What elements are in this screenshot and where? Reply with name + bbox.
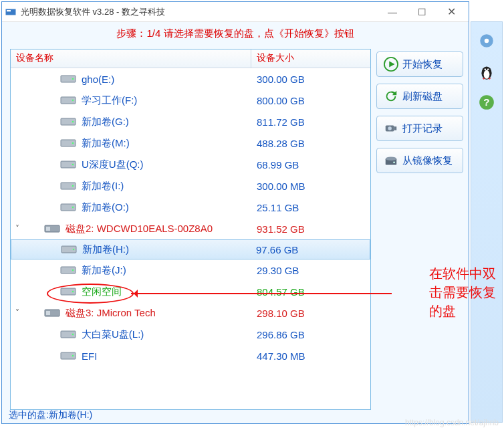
svg-point-13 xyxy=(72,185,74,187)
expander[interactable]: ˅ xyxy=(11,308,24,318)
row-name: 大白菜U盘(L:) xyxy=(82,328,257,341)
drive-icon xyxy=(60,265,76,276)
side-buttons: 开始恢复 刷新磁盘 打开记录 从镜像恢复 xyxy=(376,51,463,180)
svg-rect-0 xyxy=(6,9,16,15)
drive-icon xyxy=(60,181,76,191)
watermark: https://blog.csdn.net/ajhnb xyxy=(405,418,499,427)
volume-row[interactable]: gho(E:)300.00 GB xyxy=(11,68,370,90)
row-size: 447.30 MB xyxy=(257,350,370,362)
svg-point-36 xyxy=(393,161,395,163)
row-size: 296.86 GB xyxy=(257,329,370,340)
refresh-disk-button[interactable]: 刷新磁盘 xyxy=(376,84,463,109)
svg-point-7 xyxy=(72,121,74,123)
statusbar: 选中的盘:新加卷(H:) xyxy=(5,407,96,423)
volume-row[interactable]: 空闲空间804.57 GB xyxy=(11,281,370,302)
column-name[interactable]: 设备名称 xyxy=(11,49,251,68)
volume-row[interactable]: 学习工作(F:)800.00 GB xyxy=(11,90,370,111)
right-sidebar: ? xyxy=(471,21,503,423)
svg-point-23 xyxy=(72,291,74,293)
titlebar: 光明数据恢复软件 v3.28 - 数之寻科技 — ☐ ✕ xyxy=(2,2,469,22)
drive-icon xyxy=(60,159,76,170)
window-title: 光明数据恢复软件 v3.28 - 数之寻科技 xyxy=(21,6,378,18)
penguin-icon[interactable] xyxy=(475,60,499,84)
svg-text:?: ? xyxy=(483,96,489,108)
drive-icon xyxy=(60,138,76,148)
row-name: 新加卷(G:) xyxy=(82,116,257,128)
expander[interactable]: ˅ xyxy=(11,224,24,233)
recover-from-image-button[interactable]: 从镜像恢复 xyxy=(376,148,463,173)
row-size: 931.52 GB xyxy=(257,223,370,235)
volume-row[interactable]: 新加卷(H:)97.66 GB xyxy=(11,239,370,259)
help-icon[interactable]: ? xyxy=(475,90,499,114)
annotation-text: 在软件中双击需要恢复的盘 xyxy=(429,264,496,320)
app-icon xyxy=(5,6,17,18)
disk-row[interactable]: ˅磁盘3: JMicron Tech298.10 GB xyxy=(11,302,370,324)
svg-point-21 xyxy=(72,270,74,272)
svg-point-41 xyxy=(485,68,487,70)
volume-row[interactable]: 新加卷(I:)300.00 MB xyxy=(11,175,370,197)
row-size: 29.30 GB xyxy=(257,265,370,276)
row-size: 811.72 GB xyxy=(257,116,370,128)
row-name: 磁盘2: WDCWD10EALS-00Z8A0 xyxy=(66,223,257,235)
volume-row[interactable]: 大白菜U盘(L:)296.86 GB xyxy=(11,324,370,345)
play-icon xyxy=(384,57,398,72)
svg-rect-1 xyxy=(7,10,11,11)
rows-container: gho(E:)300.00 GB学习工作(F:)800.00 GB新加卷(G:)… xyxy=(11,68,370,409)
drive-icon xyxy=(60,95,76,106)
svg-point-32 xyxy=(388,126,392,130)
svg-point-40 xyxy=(484,70,490,79)
svg-point-11 xyxy=(72,164,74,166)
camera-icon xyxy=(384,121,398,136)
close-button[interactable]: ✕ xyxy=(436,3,466,21)
svg-point-27 xyxy=(72,334,74,336)
row-size: 300.00 GB xyxy=(257,74,370,85)
row-name: 新加卷(O:) xyxy=(82,201,257,214)
drive-icon xyxy=(60,350,76,361)
maximize-button[interactable]: ☐ xyxy=(407,3,436,21)
app-window: 光明数据恢复软件 v3.28 - 数之寻科技 — ☐ ✕ 步骤：1/4 请选择需… xyxy=(1,1,469,424)
drive-icon xyxy=(60,74,76,84)
row-name: gho(E:) xyxy=(82,74,257,85)
row-name: 磁盘3: JMicron Tech xyxy=(66,307,257,320)
disk-image-icon xyxy=(384,153,398,168)
row-name: 新加卷(H:) xyxy=(82,243,256,256)
drive-icon xyxy=(60,286,76,297)
drive-icon xyxy=(60,329,76,340)
svg-point-38 xyxy=(485,39,489,43)
svg-point-5 xyxy=(72,100,74,102)
svg-point-29 xyxy=(72,355,74,357)
row-size: 298.10 GB xyxy=(257,308,370,319)
svg-rect-17 xyxy=(46,227,50,231)
svg-point-15 xyxy=(72,207,74,209)
row-name: 学习工作(F:) xyxy=(82,94,257,107)
row-size: 488.28 GB xyxy=(257,138,370,149)
row-name: U深度U盘(Q:) xyxy=(82,158,257,171)
svg-point-3 xyxy=(72,78,74,80)
volume-row[interactable]: 新加卷(M:)488.28 GB xyxy=(11,132,370,154)
window-body: 步骤：1/4 请选择需要恢复的盘，点《开始恢复》按钮 设备名称 设备大小 gho… xyxy=(2,22,469,423)
row-size: 800.00 GB xyxy=(257,95,370,106)
table-header: 设备名称 设备大小 xyxy=(11,49,370,68)
volume-row[interactable]: 新加卷(J:)29.30 GB xyxy=(11,259,370,281)
disk-row[interactable]: ˅磁盘2: WDCWD10EALS-00Z8A0931.52 GB xyxy=(11,218,370,239)
volume-row[interactable]: U深度U盘(Q:)68.99 GB xyxy=(11,154,370,175)
minimize-button[interactable]: — xyxy=(378,3,407,21)
volume-row[interactable]: EFI447.30 MB xyxy=(11,345,370,366)
open-log-button[interactable]: 打开记录 xyxy=(376,116,463,141)
refresh-icon xyxy=(384,89,398,104)
volume-row[interactable]: 新加卷(G:)811.72 GB xyxy=(11,111,370,132)
svg-point-19 xyxy=(73,249,75,251)
gear-icon[interactable] xyxy=(475,29,499,53)
row-size: 25.11 GB xyxy=(257,202,370,213)
volume-row[interactable]: 新加卷(O:)25.11 GB xyxy=(11,197,370,218)
drive-icon xyxy=(60,202,76,213)
svg-rect-25 xyxy=(46,311,50,315)
start-recovery-button[interactable]: 开始恢复 xyxy=(376,51,463,77)
step-instruction: 步骤：1/4 请选择需要恢复的盘，点《开始恢复》按钮 xyxy=(2,22,469,44)
row-size: 804.57 GB xyxy=(257,286,370,298)
column-size[interactable]: 设备大小 xyxy=(251,49,370,68)
row-name: 空闲空间 xyxy=(82,286,257,298)
row-size: 68.99 GB xyxy=(257,159,370,171)
disk-icon xyxy=(44,308,60,318)
svg-point-9 xyxy=(72,142,74,144)
